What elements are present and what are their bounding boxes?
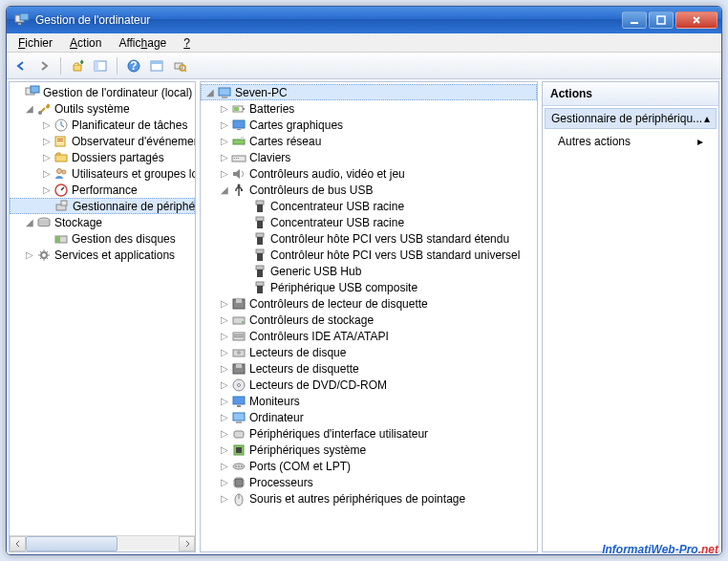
expander-icon[interactable]: ▷ bbox=[218, 397, 231, 406]
device-item[interactable]: Contrôleur hôte PCI vers USB standard ét… bbox=[201, 230, 537, 247]
device-category[interactable]: ▷Cartes graphiques bbox=[201, 117, 537, 133]
svg-rect-35 bbox=[237, 129, 241, 130]
forward-button[interactable] bbox=[33, 55, 54, 76]
tree-root[interactable]: Gestion de l'ordinateur (local) bbox=[10, 84, 195, 100]
tree-item[interactable]: ▷Utilisateurs et groupes locaux bbox=[10, 165, 195, 182]
tree-label: Gestion des disques bbox=[72, 232, 176, 246]
tree-item[interactable]: Gestion des disques bbox=[10, 230, 195, 247]
expander-icon[interactable]: ▷ bbox=[218, 299, 231, 309]
menu-view[interactable]: Affichage bbox=[111, 34, 174, 52]
sound-icon bbox=[231, 166, 246, 182]
device-category[interactable]: ▷Périphériques d'interface utilisateur bbox=[201, 425, 537, 442]
expander-icon[interactable]: ▷ bbox=[218, 348, 231, 357]
device-category[interactable]: ▷Ports (COM et LPT) bbox=[201, 458, 537, 474]
device-category[interactable]: ▷Lecteurs de disque bbox=[201, 344, 537, 360]
svg-rect-4 bbox=[657, 16, 665, 24]
actions-more[interactable]: Autres actions ▸ bbox=[543, 131, 718, 152]
svg-rect-70 bbox=[233, 397, 245, 404]
device-category[interactable]: ◢Contrôleurs de bus USB bbox=[201, 182, 537, 198]
menu-file[interactable]: Fichier bbox=[11, 34, 60, 52]
close-button[interactable] bbox=[675, 11, 717, 29]
expander-icon[interactable]: ◢ bbox=[218, 185, 231, 195]
device-item[interactable]: Generic USB Hub bbox=[201, 263, 537, 279]
scroll-right-button[interactable] bbox=[179, 536, 195, 551]
tree-systools[interactable]: ◢ Outils système bbox=[10, 100, 195, 117]
minimize-button[interactable] bbox=[622, 11, 647, 29]
expander-icon[interactable]: ▷ bbox=[40, 185, 54, 195]
device-category[interactable]: ▷Moniteurs bbox=[201, 393, 537, 409]
device-tree[interactable]: ◢ Seven-PC ▷Batteries▷Cartes graphiques▷… bbox=[201, 82, 537, 551]
tree-storage[interactable]: ◢Stockage bbox=[10, 214, 195, 230]
device-item[interactable]: Périphérique USB composite bbox=[201, 279, 537, 295]
expander-icon[interactable]: ▷ bbox=[40, 120, 54, 130]
expander-icon[interactable]: ▷ bbox=[218, 120, 231, 130]
menu-action[interactable]: Action bbox=[62, 34, 109, 52]
tools-icon bbox=[36, 101, 52, 117]
expander-icon[interactable]: ▷ bbox=[218, 462, 231, 471]
tree-item[interactable]: ▷Observateur d'événements bbox=[10, 133, 195, 149]
device-category[interactable]: ▷Batteries bbox=[201, 100, 537, 117]
device-item[interactable]: Concentrateur USB racine bbox=[201, 198, 537, 214]
tree-label: Stockage bbox=[54, 216, 102, 229]
help-button[interactable]: ? bbox=[123, 55, 144, 76]
device-category[interactable]: ▷Ordinateur bbox=[201, 409, 537, 425]
back-button[interactable] bbox=[11, 55, 32, 76]
expander-icon[interactable]: ▷ bbox=[218, 153, 231, 162]
expander-icon[interactable]: ◢ bbox=[203, 88, 217, 97]
expander-icon[interactable]: ▷ bbox=[218, 169, 231, 179]
expander-icon[interactable]: ▷ bbox=[40, 169, 54, 179]
scroll-track[interactable] bbox=[26, 536, 179, 551]
expander-icon[interactable]: ▷ bbox=[218, 494, 231, 504]
tree-item[interactable]: ▷Dossiers partagés bbox=[10, 149, 195, 165]
expander-icon[interactable]: ▷ bbox=[218, 413, 231, 422]
device-category[interactable]: ▷Contrôleurs audio, vidéo et jeu bbox=[201, 165, 537, 182]
expander-icon[interactable]: ▷ bbox=[218, 315, 231, 325]
expander-icon[interactable]: ▷ bbox=[23, 250, 36, 260]
properties-button[interactable] bbox=[146, 55, 167, 76]
device-category[interactable]: ▷Périphériques système bbox=[201, 442, 537, 458]
device-category[interactable]: ▷Lecteurs de DVD/CD-ROM bbox=[201, 377, 537, 393]
device-item[interactable]: Concentrateur USB racine bbox=[201, 214, 537, 230]
nav-tree[interactable]: Gestion de l'ordinateur (local) ◢ Outils… bbox=[10, 82, 195, 535]
titlebar[interactable]: Gestion de l'ordinateur bbox=[7, 7, 721, 33]
tree-services[interactable]: ▷Services et applications bbox=[10, 247, 195, 263]
device-category[interactable]: ▷Processeurs bbox=[201, 474, 537, 490]
up-button[interactable] bbox=[67, 55, 88, 76]
expander-icon[interactable]: ▷ bbox=[218, 364, 231, 374]
h-scrollbar[interactable] bbox=[10, 535, 195, 551]
expander-icon[interactable]: ▷ bbox=[218, 478, 231, 487]
actions-context[interactable]: Gestionnaire de périphériqu... ▴ bbox=[545, 108, 717, 129]
expander-icon[interactable]: ▷ bbox=[218, 380, 231, 390]
expander-icon[interactable]: ▷ bbox=[218, 332, 231, 341]
maximize-button[interactable] bbox=[649, 11, 674, 29]
expander-icon[interactable]: ▷ bbox=[218, 445, 231, 455]
device-category[interactable]: ▷Contrôleurs de lecteur de disquette bbox=[201, 295, 537, 312]
tree-label: Cartes graphiques bbox=[249, 119, 343, 132]
scan-button[interactable] bbox=[169, 55, 190, 76]
tree-label: Périphériques système bbox=[249, 443, 366, 457]
tree-item[interactable]: ▷Planificateur de tâches bbox=[10, 117, 195, 133]
tree-item[interactable]: ▷Performance bbox=[10, 182, 195, 198]
expander-icon[interactable]: ▷ bbox=[40, 153, 54, 162]
expander-icon[interactable]: ◢ bbox=[23, 104, 36, 114]
expander-icon[interactable]: ▷ bbox=[218, 104, 231, 114]
expander-icon[interactable]: ▷ bbox=[40, 137, 54, 146]
device-category[interactable]: ▷Cartes réseau bbox=[201, 133, 537, 149]
device-category[interactable]: ▷Claviers bbox=[201, 149, 537, 165]
device-category[interactable]: ▷Contrôleurs IDE ATA/ATAPI bbox=[201, 328, 537, 344]
device-item[interactable]: Contrôleur hôte PCI vers USB standard un… bbox=[201, 247, 537, 263]
svg-rect-52 bbox=[257, 253, 263, 261]
expander-icon[interactable]: ◢ bbox=[23, 218, 36, 227]
scroll-left-button[interactable] bbox=[10, 536, 26, 551]
menu-help[interactable]: ? bbox=[176, 34, 198, 52]
expander-icon[interactable]: ▷ bbox=[218, 429, 231, 439]
scroll-thumb[interactable] bbox=[26, 536, 118, 551]
collapse-icon[interactable]: ▴ bbox=[704, 112, 710, 125]
device-category[interactable]: ▷Contrôleurs de stockage bbox=[201, 312, 537, 328]
show-hide-tree-button[interactable] bbox=[90, 55, 111, 76]
expander-icon[interactable]: ▷ bbox=[218, 137, 231, 146]
device-root[interactable]: ◢ Seven-PC bbox=[201, 84, 537, 100]
device-category[interactable]: ▷Souris et autres périphériques de point… bbox=[201, 490, 537, 507]
tree-item-device-mgr[interactable]: Gestionnaire de périphériques bbox=[10, 198, 195, 214]
device-category[interactable]: ▷Lecteurs de disquette bbox=[201, 360, 537, 377]
